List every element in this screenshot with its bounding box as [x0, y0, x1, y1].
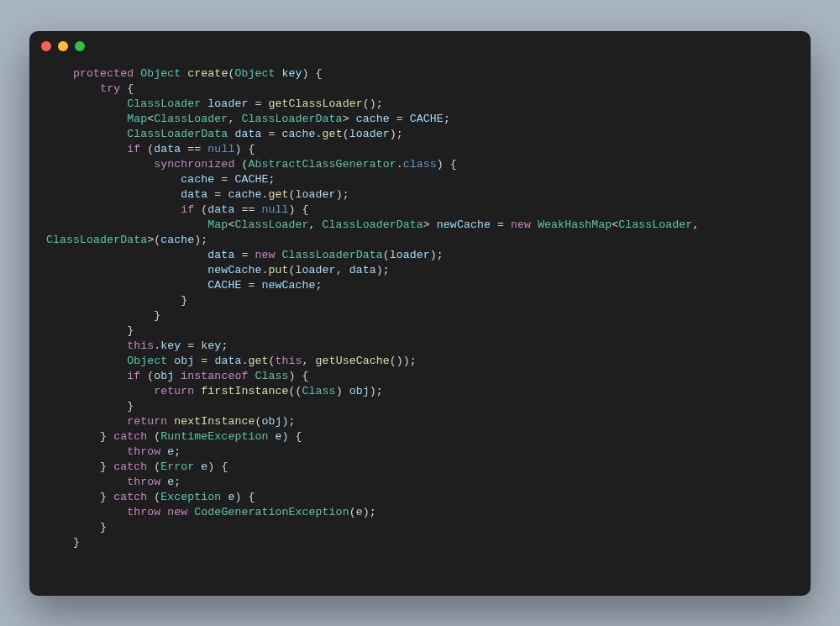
- token-pun: >: [343, 113, 356, 125]
- code-line: }: [46, 294, 187, 307]
- token-pun: =: [214, 173, 234, 186]
- token-pun: (: [343, 128, 349, 140]
- token-pun: ;: [221, 339, 228, 352]
- token-pun: [276, 249, 282, 261]
- token-type: CodeGenerationException: [194, 506, 349, 518]
- token-pun: [46, 264, 207, 276]
- code-line: throw new CodeGenerationException(e);: [46, 506, 376, 518]
- token-pun: [46, 67, 73, 80]
- token-kw: new: [167, 506, 187, 518]
- minimize-icon[interactable]: [58, 41, 68, 51]
- token-var: key: [282, 67, 302, 80]
- close-icon[interactable]: [41, 41, 51, 51]
- token-pun: >(: [147, 234, 160, 246]
- token-kw: synchronized: [154, 158, 234, 171]
- code-line: synchronized (AbstractClassGenerator.cla…: [46, 158, 457, 171]
- code-line: throw e;: [46, 445, 181, 458]
- code-line: ClassLoaderData>(cache);: [46, 234, 207, 246]
- token-var: key: [201, 339, 221, 352]
- token-kw: this: [127, 339, 154, 352]
- token-pun: [46, 476, 127, 488]
- token-pun: ;: [268, 173, 275, 186]
- token-pun: ) {: [234, 143, 255, 155]
- token-null: null: [207, 143, 234, 155]
- token-pun: ) {: [289, 203, 309, 216]
- token-pun: (: [194, 203, 207, 216]
- token-type: Class: [302, 385, 336, 397]
- token-kw: try: [100, 82, 120, 95]
- token-pun: [268, 430, 275, 443]
- token-var: cache: [282, 128, 316, 140]
- token-type: Object: [140, 67, 181, 80]
- token-kw: if: [181, 203, 194, 216]
- token-pun: [46, 415, 127, 428]
- token-pun: (: [147, 460, 160, 473]
- code-line: newCache.put(loader, data);: [46, 264, 390, 276]
- code-line: if (data == null) {: [46, 143, 255, 155]
- token-type: ClassLoader: [154, 113, 228, 125]
- code-editor[interactable]: protected Object create(Object key) { tr…: [29, 61, 811, 567]
- token-pun: (: [349, 506, 356, 518]
- token-pun: ;: [316, 279, 323, 292]
- token-pun: [46, 158, 154, 171]
- token-kw: throw: [127, 445, 160, 458]
- token-pun: ==: [181, 143, 207, 155]
- token-pun: );: [336, 188, 349, 201]
- code-line: if (obj instanceof Class) {: [46, 370, 309, 382]
- token-type: RuntimeException: [160, 430, 268, 443]
- token-pun: =: [181, 339, 201, 352]
- token-type: Map: [207, 218, 228, 231]
- token-var: data: [181, 188, 207, 201]
- token-kw: throw: [127, 506, 160, 518]
- code-line: Map<ClassLoader, ClassLoaderData> newCac…: [46, 218, 706, 231]
- code-line: try {: [46, 82, 134, 95]
- token-pun: {: [120, 82, 134, 95]
- code-line: throw e;: [46, 476, 181, 488]
- token-pun: ;: [444, 113, 450, 125]
- code-line: }: [46, 309, 160, 322]
- zoom-icon[interactable]: [75, 41, 85, 51]
- token-var: data: [349, 264, 376, 276]
- token-pun: =: [241, 279, 261, 292]
- token-pun: [134, 67, 140, 80]
- token-pun: [276, 67, 282, 80]
- code-line: protected Object create(Object key) {: [46, 67, 323, 80]
- token-pun: [46, 173, 181, 186]
- token-type: Map: [127, 113, 147, 125]
- token-pun: [531, 218, 538, 231]
- window-titlebar: [29, 31, 811, 61]
- token-var: obj: [174, 355, 194, 367]
- token-var: obj: [349, 385, 370, 397]
- token-pun: =: [261, 128, 281, 140]
- token-pun: ,: [302, 355, 316, 367]
- token-kw: catch: [113, 430, 147, 443]
- code-line: return firstInstance((Class) obj);: [46, 385, 383, 397]
- token-pun: ) {: [234, 491, 255, 503]
- token-fn: getUseCache: [316, 355, 390, 367]
- code-line: } catch (Error e) {: [46, 460, 228, 473]
- token-var: e: [276, 430, 282, 443]
- token-var: loader: [390, 249, 430, 261]
- token-pun: }: [46, 521, 107, 534]
- token-pun: ;: [174, 476, 181, 488]
- token-pun: ,: [309, 218, 323, 231]
- token-pun: ;: [174, 445, 181, 458]
- token-kw: this: [276, 355, 302, 367]
- token-pun: }: [46, 309, 160, 322]
- token-kw: catch: [113, 460, 147, 473]
- token-pun: [46, 203, 181, 216]
- token-pun: }: [46, 400, 134, 413]
- token-null: null: [261, 203, 288, 216]
- token-pun: (: [234, 158, 248, 171]
- token-pun: ,: [228, 113, 241, 125]
- token-pun: }: [46, 460, 113, 473]
- token-kw: catch: [113, 491, 147, 503]
- token-kw: return: [127, 415, 167, 428]
- token-pun: =: [248, 97, 268, 110]
- token-kw: return: [154, 385, 194, 397]
- token-pun: }: [46, 536, 80, 549]
- token-pun: [46, 370, 127, 382]
- token-type: Object: [127, 355, 167, 367]
- token-var: data: [154, 143, 181, 155]
- token-fn: create: [187, 67, 228, 80]
